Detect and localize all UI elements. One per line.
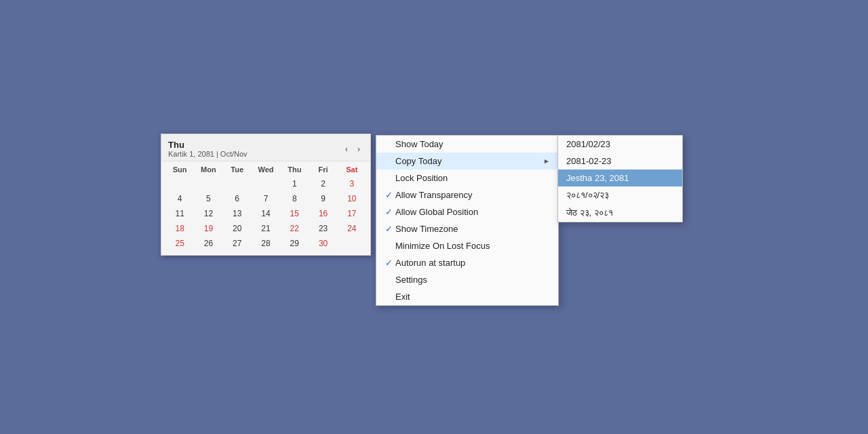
menu-item-show-today[interactable]: Show Today — [376, 136, 558, 153]
day-header-thu: Thu — [280, 164, 309, 175]
check-autorun-at-startup: ✓ — [382, 258, 395, 268]
day-cell[interactable]: 1 — [280, 176, 309, 191]
submenu-item-fmt-slash[interactable]: 2081/02/23 — [558, 136, 682, 153]
day-cell[interactable]: 24 — [338, 221, 366, 236]
day-cell[interactable]: 28 — [252, 236, 280, 251]
day-header-sun: Sun — [165, 164, 194, 175]
submenu-item-fmt-nepali-name[interactable]: Jestha 23, 2081 — [558, 170, 682, 186]
day-cell[interactable]: 9 — [309, 191, 337, 206]
day-cell[interactable]: 17 — [338, 206, 366, 221]
submenu-item-fmt-dash[interactable]: 2081-02-23 — [558, 153, 682, 170]
menu-label-settings: Settings — [395, 275, 427, 285]
day-cell[interactable]: 23 — [309, 221, 337, 236]
day-cell[interactable]: 6 — [223, 191, 252, 206]
day-header-tue: Tue — [223, 164, 252, 175]
day-cell[interactable]: 26 — [194, 236, 222, 251]
menu-item-exit[interactable]: Exit — [376, 288, 558, 305]
day-cell — [252, 176, 280, 191]
context-menu: Show Today Copy Today ► Lock Position ✓ … — [376, 135, 559, 306]
menu-label-allow-transparency: Allow Transparency — [395, 190, 472, 200]
arrow-copy-today: ► — [543, 157, 550, 165]
day-header-wed: Wed — [252, 164, 280, 175]
day-headers: Sun Mon Tue Wed Thu Fri Sat — [165, 164, 366, 175]
day-header-sat: Sat — [338, 164, 366, 175]
day-cell[interactable]: 3 — [338, 176, 366, 191]
menu-item-settings[interactable]: Settings — [376, 271, 558, 288]
day-cell[interactable]: 15 — [280, 206, 309, 221]
menu-item-copy-today[interactable]: Copy Today ► — [376, 153, 558, 170]
check-allow-transparency: ✓ — [382, 190, 395, 200]
menu-item-minimize-on-lost-focus[interactable]: Minimize On Lost Focus — [376, 237, 558, 254]
check-allow-global-position: ✓ — [382, 207, 395, 217]
menu-label-exit: Exit — [395, 292, 410, 302]
menu-label-minimize-on-lost-focus: Minimize On Lost Focus — [395, 241, 490, 251]
menu-label-lock-position: Lock Position — [395, 173, 448, 183]
menu-item-autorun-at-startup[interactable]: ✓ Autorun at startup — [376, 254, 558, 271]
menu-item-lock-position[interactable]: Lock Position — [376, 170, 558, 186]
day-cell[interactable]: 29 — [280, 236, 309, 251]
day-cell[interactable]: 12 — [194, 206, 222, 221]
day-cell[interactable]: 7 — [252, 191, 280, 206]
day-cell[interactable]: 14 — [252, 206, 280, 221]
day-cell[interactable]: 11 — [165, 206, 194, 221]
calendar-days: 1 2 3 4 5 6 7 8 9 10 11 12 13 14 15 16 1… — [165, 176, 366, 251]
day-cell[interactable]: 30 — [309, 236, 337, 251]
day-cell[interactable]: 27 — [223, 236, 252, 251]
day-cell — [338, 236, 366, 251]
submenu-item-fmt-nepali-full[interactable]: जेठ २३, २०८१ — [558, 204, 682, 222]
day-cell[interactable]: 18 — [165, 221, 194, 236]
menu-label-copy-today: Copy Today — [395, 156, 441, 166]
day-cell[interactable]: 25 — [165, 236, 194, 251]
nav-buttons: ‹ › — [342, 143, 363, 155]
menu-label-autorun-at-startup: Autorun at startup — [395, 258, 465, 268]
day-cell — [165, 176, 194, 191]
day-cell[interactable]: 19 — [194, 221, 222, 236]
calendar-grid: Sun Mon Tue Wed Thu Fri Sat 1 2 3 4 5 6 … — [161, 161, 370, 255]
day-cell[interactable]: 13 — [223, 206, 252, 221]
prev-button[interactable]: ‹ — [342, 143, 351, 155]
calendar-widget: Thu Kartik 1, 2081 | Oct/Nov ‹ › Sun Mon… — [161, 134, 371, 256]
calendar-title: Thu Kartik 1, 2081 | Oct/Nov — [168, 140, 342, 158]
submenu: 2081/02/23 2081-02-23 Jestha 23, 2081 २०… — [557, 135, 683, 222]
day-cell[interactable]: 22 — [280, 221, 309, 236]
day-cell[interactable]: 10 — [338, 191, 366, 206]
next-button[interactable]: › — [354, 143, 363, 155]
day-header-fri: Fri — [309, 164, 337, 175]
day-cell[interactable]: 16 — [309, 206, 337, 221]
calendar-title-main: Thu — [168, 140, 342, 150]
day-cell — [194, 176, 222, 191]
menu-item-allow-global-position[interactable]: ✓ Allow Global Position — [376, 203, 558, 220]
day-cell[interactable]: 20 — [223, 221, 252, 236]
submenu-item-fmt-nepali-slash[interactable]: २०८१/०२/२३ — [558, 186, 682, 204]
check-show-timezone: ✓ — [382, 224, 395, 234]
menu-label-allow-global-position: Allow Global Position — [395, 207, 478, 217]
day-header-mon: Mon — [194, 164, 222, 175]
menu-item-allow-transparency[interactable]: ✓ Allow Transparency — [376, 186, 558, 203]
day-cell[interactable]: 21 — [252, 221, 280, 236]
day-cell[interactable]: 5 — [194, 191, 222, 206]
day-cell[interactable]: 4 — [165, 191, 194, 206]
day-cell — [223, 176, 252, 191]
menu-label-show-timezone: Show Timezone — [395, 224, 458, 234]
calendar-date-line: Kartik 1, 2081 | Oct/Nov — [168, 150, 342, 158]
calendar-header: Thu Kartik 1, 2081 | Oct/Nov ‹ › — [161, 134, 370, 161]
day-cell[interactable]: 8 — [280, 191, 309, 206]
day-cell[interactable]: 2 — [309, 176, 337, 191]
menu-item-show-timezone[interactable]: ✓ Show Timezone — [376, 220, 558, 237]
menu-label-show-today: Show Today — [395, 139, 443, 149]
